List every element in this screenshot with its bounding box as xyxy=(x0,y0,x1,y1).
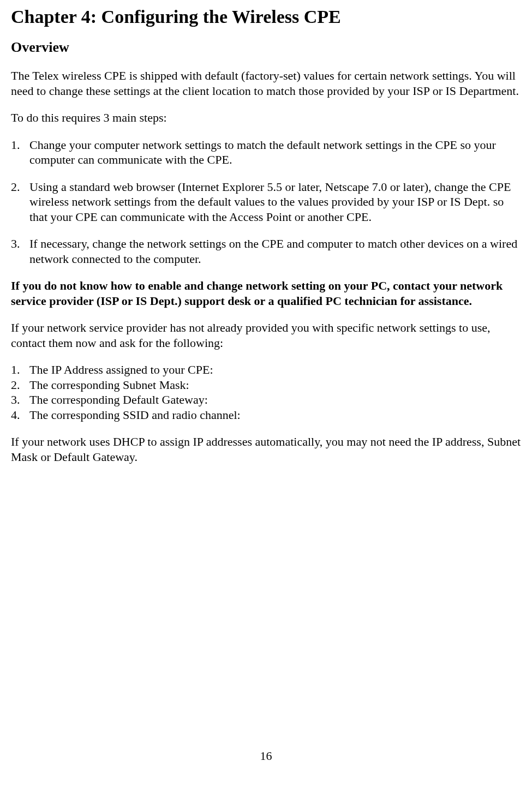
ask-list: The IP Address assigned to your CPE: The… xyxy=(11,362,521,422)
dhcp-note: If your network uses DHCP to assign IP a… xyxy=(11,434,521,464)
list-item: The IP Address assigned to your CPE: xyxy=(11,362,521,377)
chapter-title: Chapter 4: Configuring the Wireless CPE xyxy=(11,5,521,29)
page-number: 16 xyxy=(0,748,532,764)
list-item: Change your computer network settings to… xyxy=(11,137,521,167)
list-item: Using a standard web browser (Internet E… xyxy=(11,179,521,225)
section-heading: Overview xyxy=(11,39,521,57)
list-item: If necessary, change the network setting… xyxy=(11,236,521,266)
steps-list: Change your computer network settings to… xyxy=(11,137,521,267)
intro-paragraph: The Telex wireless CPE is shipped with d… xyxy=(11,68,521,98)
list-item: The corresponding SSID and radio channel… xyxy=(11,408,521,423)
steps-intro: To do this requires 3 main steps: xyxy=(11,110,521,125)
warning-paragraph: If you do not know how to enable and cha… xyxy=(11,278,521,308)
list-item: The corresponding Subnet Mask: xyxy=(11,377,521,393)
list-item: The corresponding Default Gateway: xyxy=(11,392,521,408)
ask-for-paragraph: If your network service provider has not… xyxy=(11,320,521,350)
